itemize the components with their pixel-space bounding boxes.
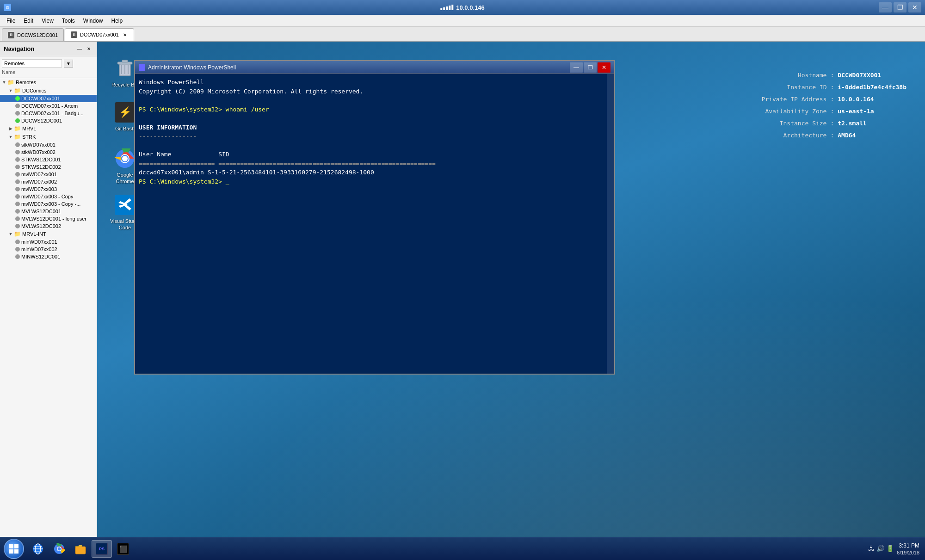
tab-dccws12dc001[interactable]: 🖥 DCCWS12DC001 — [2, 28, 64, 41]
hostname-label: Hostname — [752, 69, 826, 81]
item-label-stkwd01: stkWD07xx001 — [21, 142, 56, 148]
nav-close-button[interactable]: ✕ — [85, 45, 93, 53]
hostname-colon: : — [830, 69, 834, 81]
hostname-value: DCCWD07XX001 — [838, 69, 881, 81]
item-label-badgu: DCCWD07xx001 - Badgu... — [21, 111, 84, 116]
tree-group-mrvl[interactable]: ▶ 📁 MRVL — [0, 124, 97, 133]
item-label-DCCWD07xx001: DCCWD07xx001 — [21, 96, 60, 101]
info-row-hostname: Hostname : DCCWD07XX001 — [752, 69, 906, 81]
tab-dccwd07xx001[interactable]: 🖥 DCCWD07xx001 ✕ — [65, 28, 134, 41]
ps-taskbar-icon: PS — [95, 542, 108, 555]
item-label-mvlwd03: mvlWD07xx003 — [21, 186, 57, 192]
ps-line-user-info: USER INFORMATION — [139, 123, 603, 132]
rdp-titlebar-left: 🖥 — [4, 4, 11, 11]
menu-window[interactable]: Window — [80, 17, 107, 25]
rdp-minimize-button[interactable]: — — [879, 2, 892, 12]
nav-collapse-button[interactable]: — — [75, 45, 84, 53]
ps-restore-button[interactable]: ❐ — [584, 62, 597, 73]
item-label-stkwd02: stkWD07xx002 — [21, 149, 56, 155]
tree-item-STKWS12DC001[interactable]: STKWS12DC001 — [0, 156, 97, 163]
ps-close-button[interactable]: ✕ — [598, 62, 610, 73]
remotes-label: Remotes — [16, 80, 36, 85]
tree-item-stkWD07xx002[interactable]: stkWD07xx002 — [0, 148, 97, 156]
tree-item-minWD07xx001[interactable]: minWD07xx001 — [0, 238, 97, 246]
tree-item-DCCWD07xx001-Artem[interactable]: DCCWD07xx001 - Artem — [0, 102, 97, 110]
rdp-restore-button[interactable]: ❐ — [894, 2, 906, 12]
rdp-title-center: 10.0.0.146 — [440, 4, 484, 11]
tree-group-mrvl-int[interactable]: ▼ 📁 MRVL-INT — [0, 230, 97, 238]
size-colon: : — [830, 117, 834, 129]
tree-item-STKWS12DC002[interactable]: STKWS12DC002 — [0, 163, 97, 171]
taskbar-sys-icons: 🖧 🔊 🔋 — [868, 545, 894, 552]
tree-item-stkWD07xx001[interactable]: stkWD07xx001 — [0, 141, 97, 148]
svg-point-9 — [122, 156, 128, 161]
tree-remotes-root[interactable]: ▼ 📁 Remotes — [0, 78, 97, 86]
tree-item-mvlWD07xx001[interactable]: mvlWD07xx001 — [0, 171, 97, 178]
tree-group-dccomics[interactable]: ▼ 📁 DCComics — [0, 86, 97, 95]
tree-item-mvlWD07xx003[interactable]: mvlWD07xx003 — [0, 185, 97, 193]
taskbar-start-button[interactable] — [2, 539, 26, 559]
mrvl-int-arrow: ▼ — [7, 232, 14, 236]
ps-line-2: Copyright (C) 2009 Microsoft Corporation… — [139, 87, 603, 96]
remotes-folder-icon: 📁 — [7, 79, 14, 86]
dccomics-folder-icon: 📁 — [14, 87, 21, 94]
tree-item-DCCWS12DC001[interactable]: DCCWS12DC001 — [0, 117, 97, 124]
taskbar-powershell[interactable]: PS — [92, 540, 112, 558]
menu-edit[interactable]: Edit — [20, 17, 37, 25]
menu-file[interactable]: File — [3, 17, 19, 25]
remotes-dropdown-arrow[interactable]: ▼ — [64, 60, 73, 68]
tree-item-minWD07xx002[interactable]: minWD07xx002 — [0, 246, 97, 253]
tree-item-mvlWD07xx002[interactable]: mvlWD07xx002 — [0, 178, 97, 185]
menu-tools[interactable]: Tools — [58, 17, 79, 25]
instance-id-value: i-0dded1b7e4c4fc38b — [838, 81, 906, 93]
taskbar-chrome[interactable] — [49, 540, 69, 558]
remotes-dropdown[interactable] — [2, 59, 62, 68]
ps-line-1: Windows PowerShell — [139, 78, 603, 87]
tree-item-DCCWD07xx001[interactable]: DCCWD07xx001 — [0, 95, 97, 102]
tree-item-mvlWD07xx003-Copy2[interactable]: mvlWD07xx003 - Copy -... — [0, 200, 97, 208]
ps-controls: — ❐ ✕ — [570, 62, 610, 73]
status-dot-mvl-5 — [15, 202, 20, 206]
item-label-mvlwd01: mvlWD07xx001 — [21, 172, 57, 177]
tree-item-MVLWS12DC001[interactable]: MVLWS12DC001 — [0, 208, 97, 215]
nav-header-title: Navigation — [4, 45, 34, 52]
menu-help[interactable]: Help — [108, 17, 127, 25]
status-dot-mvl-7 — [15, 216, 20, 221]
private-ip-colon: : — [830, 93, 834, 105]
taskbar-cmd[interactable]: ⬛ — [113, 540, 133, 558]
info-row-instance-id: Instance ID : i-0dded1b7e4c4fc38b — [752, 81, 906, 93]
ps-line-cmd2: PS C:\Windows\system32> _ — [139, 177, 603, 186]
status-dot-mvl-6 — [15, 209, 20, 214]
az-colon: : — [830, 105, 834, 117]
powershell-window: Administrator: Windows PowerShell — ❐ ✕ … — [134, 60, 615, 375]
svg-rect-2 — [122, 60, 128, 62]
ps-scrollbar[interactable] — [607, 74, 614, 374]
tree-item-DCCWD07xx001-Badgu[interactable]: DCCWD07xx001 - Badgu... — [0, 110, 97, 117]
taskbar-clock: 3:31 PM 6/19/2018 — [897, 542, 919, 555]
status-dot-min-1 — [15, 240, 20, 244]
ps-minimize-button[interactable]: — — [570, 62, 583, 73]
tree-item-MVLWS12DC001-long[interactable]: MVLWS12DC001 - long user — [0, 215, 97, 222]
mrvl-label: MRVL — [22, 126, 36, 131]
ps-line-data: dccwd07xx001\admin S-1-5-21-2563484101-3… — [139, 168, 603, 177]
tree-group-strk[interactable]: ▼ 📁 STRK — [0, 133, 97, 141]
rdp-window: 🖥 10.0.0.146 — ❐ ✕ File Edit View Tools … — [0, 0, 925, 560]
status-dot-green — [15, 96, 20, 101]
rdp-close-button[interactable]: ✕ — [908, 2, 921, 12]
ps-content[interactable]: Windows PowerShell Copyright (C) 2009 Mi… — [135, 74, 607, 374]
tree-item-mvlWD07xx003-Copy[interactable]: mvlWD07xx003 - Copy — [0, 193, 97, 200]
az-value: us-east-1a — [838, 105, 874, 117]
nav-search-area: ▼ Name — [0, 56, 97, 78]
status-dot-strk-3 — [15, 157, 20, 162]
recycle-bin-icon — [114, 57, 136, 80]
taskbar-explorer[interactable] — [70, 540, 91, 558]
az-label: Availability Zone — [752, 105, 826, 117]
google-chrome-icon — [114, 148, 136, 170]
menu-view[interactable]: View — [38, 17, 57, 25]
status-dot-mvl-4 — [15, 194, 20, 199]
tree-item-MINWS12DC001[interactable]: MINWS12DC001 — [0, 253, 97, 260]
ps-titlebar-left: Administrator: Windows PowerShell — [139, 64, 236, 71]
tree-item-MVLWS12DC002[interactable]: MVLWS12DC002 — [0, 222, 97, 230]
taskbar-ie[interactable] — [28, 540, 48, 558]
tab-close-button[interactable]: ✕ — [122, 31, 128, 38]
